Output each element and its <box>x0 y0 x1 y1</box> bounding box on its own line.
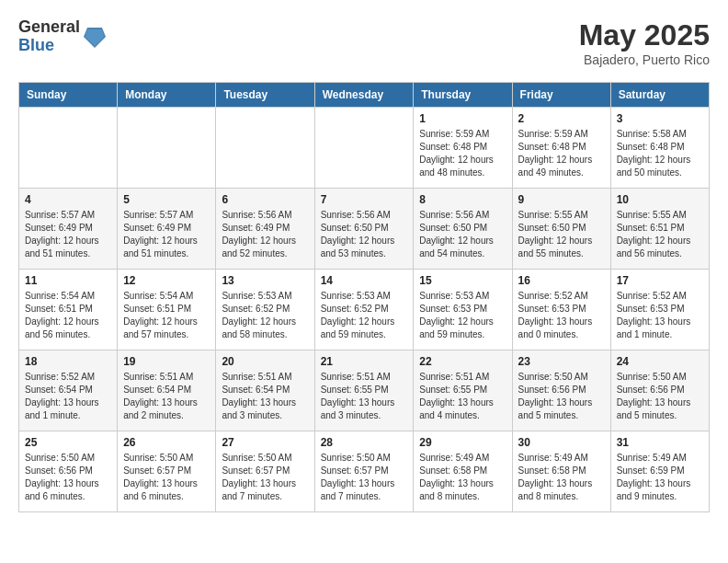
day-number: 17 <box>617 274 703 287</box>
day-info: Sunrise: 5:57 AM Sunset: 6:49 PM Dayligh… <box>123 209 210 260</box>
calendar-cell: 5Sunrise: 5:57 AM Sunset: 6:49 PM Daylig… <box>118 189 216 270</box>
day-info: Sunrise: 5:58 AM Sunset: 6:48 PM Dayligh… <box>617 128 703 179</box>
calendar-cell: 27Sunrise: 5:50 AM Sunset: 6:57 PM Dayli… <box>216 431 314 512</box>
day-number: 21 <box>321 355 408 368</box>
day-number: 11 <box>25 274 111 287</box>
calendar-cell: 23Sunrise: 5:50 AM Sunset: 6:56 PM Dayli… <box>512 350 610 431</box>
weekday-header-saturday: Saturday <box>610 83 709 108</box>
calendar-cell: 9Sunrise: 5:55 AM Sunset: 6:50 PM Daylig… <box>512 189 610 270</box>
calendar-cell: 16Sunrise: 5:52 AM Sunset: 6:53 PM Dayli… <box>512 270 610 350</box>
calendar-cell: 4Sunrise: 5:57 AM Sunset: 6:49 PM Daylig… <box>19 189 118 270</box>
calendar-cell: 18Sunrise: 5:52 AM Sunset: 6:54 PM Dayli… <box>19 350 118 431</box>
calendar-cell: 11Sunrise: 5:54 AM Sunset: 6:51 PM Dayli… <box>19 270 118 350</box>
calendar-cell: 29Sunrise: 5:49 AM Sunset: 6:58 PM Dayli… <box>414 431 512 512</box>
weekday-header-monday: Monday <box>118 83 216 108</box>
calendar-cell: 25Sunrise: 5:50 AM Sunset: 6:56 PM Dayli… <box>19 431 118 512</box>
weekday-header-sunday: Sunday <box>19 83 118 108</box>
day-number: 16 <box>518 274 605 287</box>
day-number: 14 <box>321 274 408 287</box>
calendar-cell: 22Sunrise: 5:51 AM Sunset: 6:55 PM Dayli… <box>414 350 512 431</box>
calendar-week-row: 1Sunrise: 5:59 AM Sunset: 6:48 PM Daylig… <box>19 108 710 189</box>
day-number: 23 <box>518 355 605 368</box>
weekday-header-tuesday: Tuesday <box>216 83 314 108</box>
svg-marker-1 <box>85 29 104 46</box>
day-info: Sunrise: 5:51 AM Sunset: 6:55 PM Dayligh… <box>419 371 506 422</box>
day-info: Sunrise: 5:51 AM Sunset: 6:54 PM Dayligh… <box>222 371 308 422</box>
calendar-cell <box>19 108 118 189</box>
day-number: 25 <box>25 436 111 449</box>
day-info: Sunrise: 5:56 AM Sunset: 6:50 PM Dayligh… <box>321 209 408 260</box>
logo-blue-text: Blue <box>18 37 80 55</box>
calendar-cell: 8Sunrise: 5:56 AM Sunset: 6:50 PM Daylig… <box>414 189 512 270</box>
weekday-header-row: SundayMondayTuesdayWednesdayThursdayFrid… <box>19 83 710 108</box>
day-number: 28 <box>321 436 408 449</box>
day-number: 6 <box>222 193 308 206</box>
day-number: 31 <box>617 436 703 449</box>
calendar-cell: 7Sunrise: 5:56 AM Sunset: 6:50 PM Daylig… <box>314 189 414 270</box>
day-info: Sunrise: 5:57 AM Sunset: 6:49 PM Dayligh… <box>25 209 111 260</box>
day-info: Sunrise: 5:49 AM Sunset: 6:59 PM Dayligh… <box>617 452 703 503</box>
calendar-cell: 28Sunrise: 5:50 AM Sunset: 6:57 PM Dayli… <box>314 431 414 512</box>
day-number: 30 <box>518 436 605 449</box>
calendar-cell <box>314 108 414 189</box>
day-number: 29 <box>419 436 506 449</box>
day-info: Sunrise: 5:50 AM Sunset: 6:56 PM Dayligh… <box>25 452 111 503</box>
day-info: Sunrise: 5:53 AM Sunset: 6:52 PM Dayligh… <box>222 290 308 341</box>
location-text: Bajadero, Puerto Rico <box>579 52 710 67</box>
calendar-cell: 2Sunrise: 5:59 AM Sunset: 6:48 PM Daylig… <box>512 108 610 189</box>
calendar-week-row: 25Sunrise: 5:50 AM Sunset: 6:56 PM Dayli… <box>19 431 710 512</box>
calendar-cell: 24Sunrise: 5:50 AM Sunset: 6:56 PM Dayli… <box>610 350 709 431</box>
calendar-cell: 30Sunrise: 5:49 AM Sunset: 6:58 PM Dayli… <box>512 431 610 512</box>
calendar-table: SundayMondayTuesdayWednesdayThursdayFrid… <box>18 82 710 512</box>
day-number: 4 <box>25 193 111 206</box>
day-info: Sunrise: 5:59 AM Sunset: 6:48 PM Dayligh… <box>419 128 506 179</box>
day-number: 13 <box>222 274 308 287</box>
day-number: 7 <box>321 193 408 206</box>
calendar-cell: 12Sunrise: 5:54 AM Sunset: 6:51 PM Dayli… <box>118 270 216 350</box>
day-info: Sunrise: 5:54 AM Sunset: 6:51 PM Dayligh… <box>25 290 111 341</box>
day-number: 3 <box>617 112 703 125</box>
logo-icon <box>84 24 106 50</box>
calendar-cell <box>118 108 216 189</box>
day-info: Sunrise: 5:50 AM Sunset: 6:57 PM Dayligh… <box>123 452 210 503</box>
day-info: Sunrise: 5:50 AM Sunset: 6:56 PM Dayligh… <box>518 371 605 422</box>
logo: General Blue <box>18 18 106 55</box>
calendar-cell: 6Sunrise: 5:56 AM Sunset: 6:49 PM Daylig… <box>216 189 314 270</box>
calendar-cell: 1Sunrise: 5:59 AM Sunset: 6:48 PM Daylig… <box>414 108 512 189</box>
calendar-cell: 3Sunrise: 5:58 AM Sunset: 6:48 PM Daylig… <box>610 108 709 189</box>
weekday-header-wednesday: Wednesday <box>314 83 414 108</box>
day-info: Sunrise: 5:54 AM Sunset: 6:51 PM Dayligh… <box>123 290 210 341</box>
day-info: Sunrise: 5:55 AM Sunset: 6:51 PM Dayligh… <box>617 209 703 260</box>
day-info: Sunrise: 5:56 AM Sunset: 6:49 PM Dayligh… <box>222 209 308 260</box>
logo-general-text: General <box>18 18 80 37</box>
calendar-cell <box>216 108 314 189</box>
calendar-cell: 10Sunrise: 5:55 AM Sunset: 6:51 PM Dayli… <box>610 189 709 270</box>
day-info: Sunrise: 5:51 AM Sunset: 6:55 PM Dayligh… <box>321 371 408 422</box>
day-info: Sunrise: 5:52 AM Sunset: 6:54 PM Dayligh… <box>25 371 111 422</box>
day-info: Sunrise: 5:50 AM Sunset: 6:57 PM Dayligh… <box>321 452 408 503</box>
day-info: Sunrise: 5:49 AM Sunset: 6:58 PM Dayligh… <box>419 452 506 503</box>
weekday-header-friday: Friday <box>512 83 610 108</box>
calendar-cell: 19Sunrise: 5:51 AM Sunset: 6:54 PM Dayli… <box>118 350 216 431</box>
day-info: Sunrise: 5:53 AM Sunset: 6:52 PM Dayligh… <box>321 290 408 341</box>
day-number: 9 <box>518 193 605 206</box>
day-number: 18 <box>25 355 111 368</box>
day-info: Sunrise: 5:52 AM Sunset: 6:53 PM Dayligh… <box>617 290 703 341</box>
day-number: 15 <box>419 274 506 287</box>
day-info: Sunrise: 5:51 AM Sunset: 6:54 PM Dayligh… <box>123 371 210 422</box>
day-number: 2 <box>518 112 605 125</box>
day-number: 27 <box>222 436 308 449</box>
calendar-cell: 13Sunrise: 5:53 AM Sunset: 6:52 PM Dayli… <box>216 270 314 350</box>
calendar-cell: 17Sunrise: 5:52 AM Sunset: 6:53 PM Dayli… <box>610 270 709 350</box>
day-number: 12 <box>123 274 210 287</box>
day-number: 10 <box>617 193 703 206</box>
day-number: 20 <box>222 355 308 368</box>
calendar-week-row: 18Sunrise: 5:52 AM Sunset: 6:54 PM Dayli… <box>19 350 710 431</box>
calendar-week-row: 11Sunrise: 5:54 AM Sunset: 6:51 PM Dayli… <box>19 270 710 350</box>
calendar-cell: 26Sunrise: 5:50 AM Sunset: 6:57 PM Dayli… <box>118 431 216 512</box>
day-info: Sunrise: 5:55 AM Sunset: 6:50 PM Dayligh… <box>518 209 605 260</box>
calendar-week-row: 4Sunrise: 5:57 AM Sunset: 6:49 PM Daylig… <box>19 189 710 270</box>
day-number: 19 <box>123 355 210 368</box>
day-info: Sunrise: 5:56 AM Sunset: 6:50 PM Dayligh… <box>419 209 506 260</box>
month-title: May 2025 <box>579 18 710 52</box>
